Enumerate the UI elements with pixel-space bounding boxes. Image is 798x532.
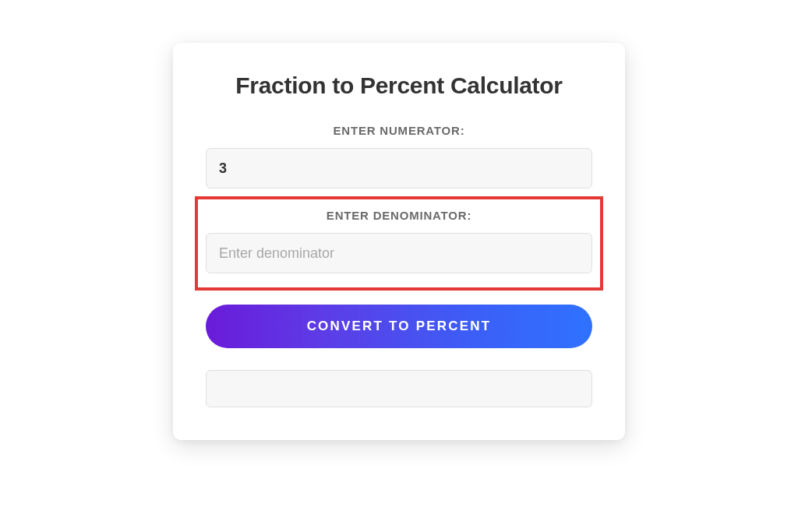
denominator-label: ENTER DENOMINATOR: [206, 209, 592, 222]
denominator-group: ENTER DENOMINATOR: [206, 209, 592, 273]
denominator-highlight: ENTER DENOMINATOR: [195, 196, 603, 291]
numerator-input[interactable] [206, 148, 592, 188]
denominator-input[interactable] [206, 233, 592, 273]
page-title: Fraction to Percent Calculator [206, 72, 592, 99]
calculator-card: Fraction to Percent Calculator ENTER NUM… [173, 43, 625, 440]
numerator-group: ENTER NUMERATOR: [206, 124, 592, 188]
result-output [206, 370, 592, 407]
convert-button[interactable]: CONVERT TO PERCENT [206, 305, 592, 348]
numerator-label: ENTER NUMERATOR: [206, 124, 592, 137]
